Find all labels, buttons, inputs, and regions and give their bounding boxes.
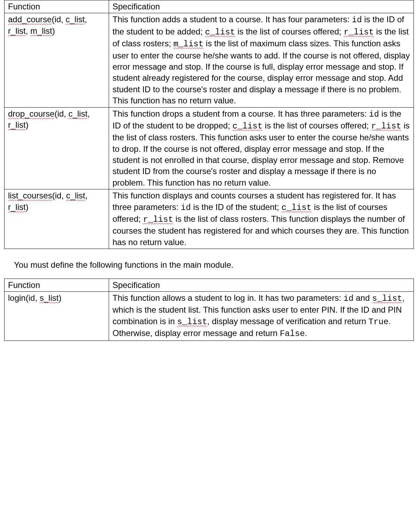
function-spec-table-2: Function Specification login(id, s_list)… (4, 279, 414, 341)
sig-text: (id, (54, 109, 68, 118)
sig-text: ) (26, 202, 29, 212)
specification-cell: This function adds a student to a course… (109, 13, 414, 107)
table-row: login(id, s_list) This function allows a… (5, 291, 414, 341)
code-token: id (352, 15, 362, 25)
param: s_list (40, 293, 59, 303)
code-token: c_list (232, 122, 262, 131)
function-signature-cell: add_course(id, c_list, r_list, m_list) (5, 13, 109, 107)
code-token: False (280, 329, 305, 338)
intertext-paragraph: You must define the following functions … (14, 259, 414, 271)
table-row: list_courses(id, c_list, r_list) This fu… (5, 189, 414, 249)
sig-text: (id, (52, 15, 65, 24)
spec-text: , display message of verification and re… (207, 316, 369, 326)
spec-text: This function adds a student to a course… (113, 15, 352, 24)
function-signature-cell: drop_course(id, c_list, r_list) (5, 107, 109, 189)
code-token: r_list (344, 28, 374, 37)
param: c_list (66, 191, 85, 200)
function-signature-cell: list_courses(id, c_list, r_list) (5, 189, 109, 249)
spec-text: is the ID of the student; (191, 202, 281, 212)
code-token: s_list (372, 294, 402, 303)
code-token: id (343, 294, 354, 303)
spec-text: is the list of courses offered; (263, 121, 371, 130)
sig-text: (id, (52, 191, 66, 200)
sig-text: , (85, 15, 87, 24)
sig-text: , (85, 191, 87, 200)
table-row: add_course(id, c_list, r_list, m_list) T… (5, 13, 414, 107)
fn-name: list_courses (8, 191, 52, 200)
fn-name: add_course (8, 15, 52, 24)
table-header-row: Function Specification (5, 279, 414, 291)
sig-text: ) (26, 120, 29, 130)
specification-cell: This function displays and counts course… (109, 189, 414, 249)
param: c_list (65, 15, 85, 24)
code-token: True (369, 317, 389, 327)
fn-name: drop_course (8, 109, 54, 118)
code-token: s_list (177, 317, 207, 327)
spec-text: is the list of courses offered; (235, 27, 344, 36)
table-header-row: Function Specification (5, 0, 414, 13)
code-token: id (369, 110, 379, 119)
function-spec-table-1: Function Specification add_course(id, c_… (4, 0, 414, 249)
param: r_list (8, 202, 26, 212)
param: r_list (8, 120, 26, 130)
header-function: Function (5, 279, 109, 291)
spec-text: This function allows a student to log in… (113, 293, 343, 303)
function-signature-cell: login(id, s_list) (5, 291, 109, 341)
spec-text: and (354, 293, 372, 303)
header-specification: Specification (109, 0, 414, 13)
table-row: drop_course(id, c_list, r_list) This fun… (5, 107, 414, 189)
spec-text: . (305, 328, 307, 338)
specification-cell: This function drops a student from a cou… (109, 107, 414, 189)
sig-text: ) (59, 293, 61, 303)
code-token: r_list (143, 215, 173, 224)
code-token: m_list (173, 39, 203, 49)
param: m_list (30, 26, 52, 36)
sig-text: , (87, 109, 90, 118)
header-function: Function (5, 0, 109, 13)
code-token: r_list (371, 122, 401, 131)
spec-text: is the list of maximum class sizes. This… (113, 39, 410, 105)
sig-text: login(id, (8, 293, 40, 303)
code-token: c_list (205, 28, 235, 37)
spec-text: This function drops a student from a cou… (113, 109, 369, 118)
sig-text: , (26, 26, 30, 36)
document-page: Function Specification add_course(id, c_… (0, 0, 418, 351)
sig-text: ) (52, 26, 55, 36)
code-token: c_list (281, 203, 311, 212)
param: c_list (68, 109, 87, 118)
specification-cell: This function allows a student to log in… (109, 291, 414, 341)
code-token: id (181, 203, 191, 212)
param: r_list (8, 26, 26, 36)
header-specification: Specification (109, 279, 414, 291)
